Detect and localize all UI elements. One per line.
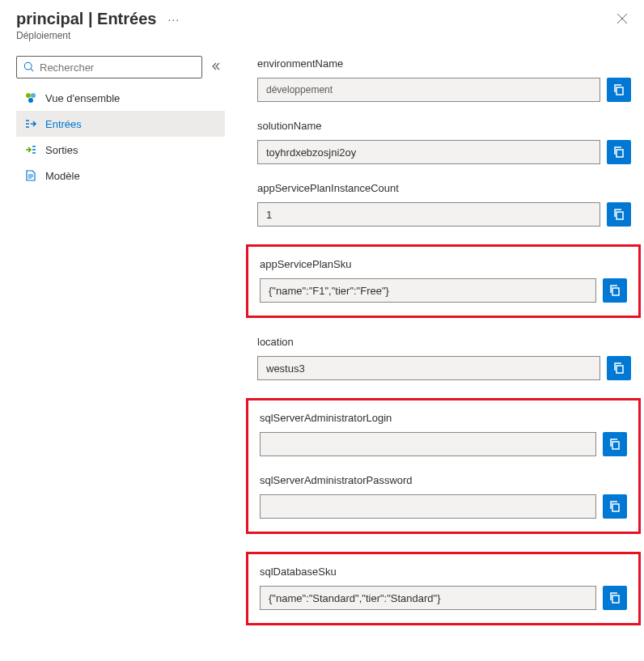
search-box[interactable]	[16, 56, 202, 78]
field-label: solutionName	[257, 120, 631, 132]
copy-icon	[608, 500, 621, 513]
page-title: principal | Entrées	[16, 10, 156, 28]
close-button[interactable]	[613, 10, 631, 30]
field-label: sqlServerAdministratorPassword	[260, 474, 627, 486]
nav-item-inputs[interactable]: Entrées	[16, 111, 225, 137]
field-sqlServerAdministratorPassword: sqlServerAdministratorPassword	[260, 474, 627, 519]
field-appServicePlanInstanceCount: appServicePlanInstanceCount	[257, 182, 631, 227]
nav-item-label: Modèle	[45, 170, 80, 182]
copy-button[interactable]	[607, 140, 631, 164]
copy-button[interactable]	[603, 432, 627, 456]
nav-item-template[interactable]: Modèle	[16, 163, 225, 189]
inputs-icon	[24, 117, 37, 130]
nav-item-label: Vue d'ensemble	[45, 92, 120, 104]
copy-icon	[608, 591, 621, 604]
field-input-location[interactable]	[257, 356, 600, 380]
svg-rect-21	[612, 442, 619, 449]
svg-point-6	[28, 98, 33, 103]
copy-icon	[608, 438, 621, 451]
svg-point-2	[24, 62, 32, 70]
collapse-sidebar-button[interactable]	[207, 57, 225, 78]
sidebar: Vue d'ensemble Entrées Sorties Modèle	[16, 56, 225, 643]
field-input-environmentName[interactable]	[257, 78, 600, 102]
search-input[interactable]	[40, 61, 195, 74]
copy-button[interactable]	[603, 494, 627, 519]
field-appServicePlanSku: appServicePlanSku	[260, 258, 627, 303]
main-content: environmentName solutionName appServiceP…	[257, 56, 631, 643]
nav-menu: Vue d'ensemble Entrées Sorties Modèle	[16, 85, 225, 189]
field-input-sqlServerAdministratorLogin[interactable]	[260, 432, 596, 456]
copy-icon	[612, 83, 625, 96]
field-solutionName: solutionName	[257, 120, 631, 164]
field-label: location	[257, 336, 631, 348]
page-subtitle: Déploiement	[16, 30, 183, 41]
svg-rect-16	[616, 87, 623, 95]
chevron-double-left-icon	[210, 61, 222, 72]
field-label: sqlServerAdministratorLogin	[260, 412, 627, 424]
field-sqlServerAdministratorLogin: sqlServerAdministratorLogin	[260, 412, 627, 456]
nav-item-outputs[interactable]: Sorties	[16, 137, 225, 163]
field-input-sqlDatabaseSku[interactable]	[260, 586, 596, 610]
copy-button[interactable]	[607, 202, 631, 227]
copy-button[interactable]	[603, 278, 627, 303]
field-environmentName: environmentName	[257, 57, 631, 102]
field-sqlDatabaseSku: sqlDatabaseSku	[260, 566, 627, 610]
nav-item-label: Entrées	[45, 118, 82, 130]
svg-point-5	[31, 93, 36, 98]
field-label: sqlDatabaseSku	[260, 566, 627, 578]
copy-icon	[612, 362, 625, 375]
copy-button[interactable]	[603, 586, 627, 610]
outputs-icon	[24, 143, 37, 156]
copy-icon	[608, 284, 621, 297]
field-input-appServicePlanSku[interactable]	[260, 278, 596, 303]
field-input-solutionName[interactable]	[257, 140, 600, 164]
copy-button[interactable]	[607, 78, 631, 102]
copy-icon	[612, 208, 625, 221]
svg-rect-18	[616, 212, 623, 219]
header: principal | Entrées ··· Déploiement	[0, 0, 644, 44]
highlight-appServicePlanSku: appServicePlanSku	[246, 244, 641, 318]
nav-item-overview[interactable]: Vue d'ensemble	[16, 85, 225, 111]
svg-rect-19	[612, 288, 619, 295]
field-label: appServicePlanInstanceCount	[257, 182, 631, 194]
more-button[interactable]: ···	[164, 13, 183, 26]
highlight-sqlAdmin: sqlServerAdministratorLogin sqlServerAdm…	[246, 398, 641, 534]
nav-item-label: Sorties	[45, 144, 78, 156]
template-icon	[24, 169, 37, 182]
field-label: environmentName	[257, 57, 631, 70]
copy-button[interactable]	[607, 356, 631, 380]
copy-icon	[612, 146, 625, 159]
search-icon	[23, 61, 35, 73]
svg-line-3	[31, 69, 33, 71]
svg-rect-20	[616, 366, 623, 373]
svg-rect-17	[616, 150, 623, 157]
close-icon	[616, 13, 628, 24]
field-input-appServicePlanInstanceCount[interactable]	[257, 202, 600, 227]
svg-point-4	[26, 93, 31, 98]
field-location: location	[257, 336, 631, 380]
field-label: appServicePlanSku	[260, 258, 627, 270]
overview-icon	[24, 91, 37, 104]
field-input-sqlServerAdministratorPassword[interactable]	[260, 494, 596, 519]
svg-rect-23	[612, 595, 619, 603]
svg-rect-22	[612, 504, 619, 511]
highlight-sqlDatabaseSku: sqlDatabaseSku	[246, 552, 641, 625]
